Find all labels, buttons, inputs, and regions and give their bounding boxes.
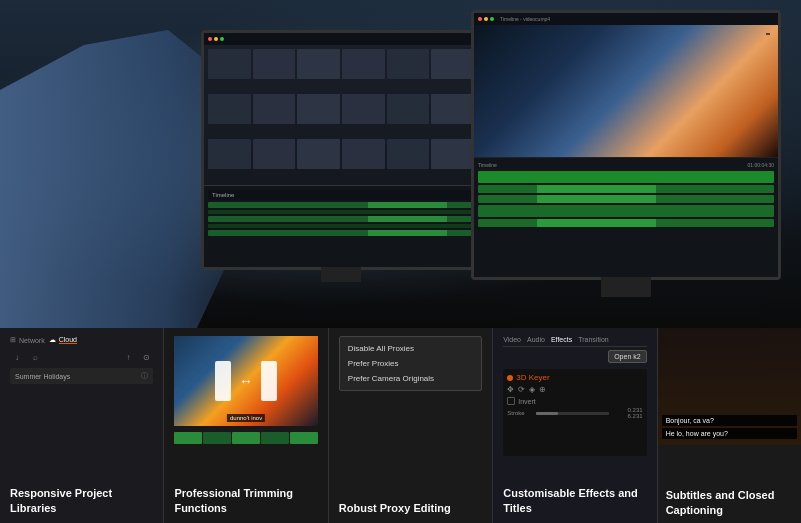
monitor-right-screen: Timeline - videocump4 Timeline 01:00:04:… xyxy=(474,13,778,277)
screen-left-header xyxy=(204,33,478,45)
thumb-1 xyxy=(208,49,251,79)
stroke-slider-value: 0.231 6.231 xyxy=(613,407,643,419)
left-tools: ↓ ⌕ xyxy=(10,350,42,364)
features-bar: ⊞ Network ☁ Cloud ↓ ⌕ ↑ ⊙ Summe xyxy=(0,328,801,523)
trim-clip-4 xyxy=(261,432,289,444)
keyer-tool-2[interactable]: ⟳ xyxy=(518,385,525,394)
keyer-dot-icon xyxy=(507,375,513,381)
network-tab-area: ⊞ Network xyxy=(10,336,45,344)
invert-label-text: Invert xyxy=(518,398,536,405)
upload-icon[interactable]: ↑ xyxy=(121,350,135,364)
disable-all-proxies-item[interactable]: Disable All Proxies xyxy=(344,341,477,356)
thumb-7 xyxy=(208,94,251,124)
subtitle-lines-area: Bonjour, ca va? He lo, how are you? xyxy=(658,411,801,445)
keyer-tool-3[interactable]: ◈ xyxy=(529,385,535,394)
thumb-11 xyxy=(387,94,430,124)
dot-min-r xyxy=(484,17,488,21)
timeline-track-2 xyxy=(208,210,474,214)
responsive-project-libraries-label: Responsive Project Libraries xyxy=(10,486,153,515)
search-icon[interactable]: ⌕ xyxy=(28,350,42,364)
panel3-label-area: Robust Proxy Editing xyxy=(339,501,482,515)
right-screen-timeline: Timeline 01:00:04:30 xyxy=(474,157,778,277)
dot-max-r xyxy=(490,17,494,21)
invert-row: Invert xyxy=(507,397,642,405)
keyer-label-row: 3D Keyer xyxy=(507,373,642,382)
info-icon[interactable]: ⊙ xyxy=(139,350,153,364)
panel2-label-area: Professional Trimming Functions xyxy=(174,486,317,515)
customisable-effects-label: Customisable Effects and Titles xyxy=(503,486,646,515)
thumb-3 xyxy=(297,49,340,79)
right-timeline-area: Timeline 01:00:04:30 xyxy=(474,158,778,231)
trim-clip-1 xyxy=(174,432,202,444)
monitor-left: Timeline xyxy=(201,30,481,270)
effects-tab-transition[interactable]: Transition xyxy=(578,336,608,343)
keyer-tool-1[interactable]: ✥ xyxy=(507,385,514,394)
invert-checkbox[interactable] xyxy=(507,397,515,405)
video-overlay xyxy=(766,33,770,35)
folder-summer-holidays[interactable]: Summer Holidays ⓘ xyxy=(10,368,153,384)
effects-tab-audio[interactable]: Audio xyxy=(527,336,545,343)
timeline-track-5 xyxy=(208,230,474,236)
prefer-proxies-item[interactable]: Prefer Proxies xyxy=(344,356,477,371)
thumb-13 xyxy=(208,139,251,169)
thumb-5 xyxy=(387,49,430,79)
panel1-ui: ⊞ Network ☁ Cloud ↓ ⌕ ↑ ⊙ Summe xyxy=(10,336,153,387)
trim-clip-3 xyxy=(232,432,260,444)
network-tab-label: Network xyxy=(19,337,45,344)
monitor-stand-left xyxy=(321,267,361,282)
panel-professional-trimming: ↔ dunno't inov Professional Trimming Fun… xyxy=(164,328,328,523)
stroke-slider-fill xyxy=(536,412,558,415)
thumb-18 xyxy=(431,139,474,169)
thumb-4 xyxy=(342,49,385,79)
timeline-title-text: Timeline xyxy=(212,192,470,198)
panel1-tab-bar: ⊞ Network ☁ Cloud xyxy=(10,336,153,344)
open-k2-row: Open k2 xyxy=(503,350,646,363)
dot-close-r xyxy=(478,17,482,21)
stroke-slider-label: Stroke xyxy=(507,410,532,416)
dot-max xyxy=(220,37,224,41)
robust-proxy-editing-label: Robust Proxy Editing xyxy=(339,501,482,515)
panel-responsive-project-libraries: ⊞ Network ☁ Cloud ↓ ⌕ ↑ ⊙ Summe xyxy=(0,328,164,523)
right-monitor-title: Timeline - videocump4 xyxy=(500,16,550,22)
effects-tab-video[interactable]: Video xyxy=(503,336,521,343)
effects-tab-bar: Video Audio Effects Transition xyxy=(503,336,646,347)
thumb-9 xyxy=(297,94,340,124)
trim-clip-label: dunno't inov xyxy=(227,414,265,422)
subtitles-closed-captioning-label: Subtitles and Closed Captioning xyxy=(658,482,801,523)
monitors-container: Timeline Timeline - videocump4 xyxy=(201,10,781,320)
screen-left-timeline: Timeline xyxy=(204,185,478,267)
trim-clip-2 xyxy=(203,432,231,444)
prefer-camera-originals-item[interactable]: Prefer Camera Originals xyxy=(344,371,477,386)
green-bar-2 xyxy=(478,195,774,203)
green-bar-1 xyxy=(478,185,774,193)
download-icon[interactable]: ↓ xyxy=(10,350,24,364)
dot-close xyxy=(208,37,212,41)
subtitle-line-2: He lo, how are you? xyxy=(662,428,797,439)
timeline-track-3 xyxy=(208,216,474,222)
open-k2-button[interactable]: Open k2 xyxy=(608,350,646,363)
green-bar-3 xyxy=(478,219,774,227)
monitor-stand-right xyxy=(601,277,651,297)
keyer-tool-4[interactable]: ⊕ xyxy=(539,385,546,394)
panel4-label-area: Customisable Effects and Titles xyxy=(503,486,646,515)
subtitle-line-1: Bonjour, ca va? xyxy=(662,415,797,426)
thumb-6 xyxy=(431,49,474,79)
thumb-15 xyxy=(297,139,340,169)
professional-trimming-label: Professional Trimming Functions xyxy=(174,486,317,515)
trim-handles-group: ↔ xyxy=(189,361,304,401)
thumb-2 xyxy=(253,49,296,79)
trim-arrows-icon: ↔ xyxy=(239,373,253,389)
screen-left-grid xyxy=(204,45,478,185)
trim-timeline-strip xyxy=(174,432,317,444)
subtitles-video-preview: Bonjour, ca va? He lo, how are you? xyxy=(658,328,801,445)
thumb-8 xyxy=(253,94,296,124)
trim-handle-right[interactable] xyxy=(261,361,277,401)
green-bar-bright-1 xyxy=(478,171,774,183)
panel1-label-area: Responsive Project Libraries xyxy=(10,486,153,515)
trim-handle-left[interactable] xyxy=(215,361,231,401)
thumb-12 xyxy=(431,94,474,124)
stroke-slider-track[interactable] xyxy=(536,412,608,415)
effects-controls-area: 3D Keyer ✥ ⟳ ◈ ⊕ Invert Stroke xyxy=(503,369,646,456)
effects-tab-effects[interactable]: Effects xyxy=(551,336,572,343)
trim-video-preview: ↔ dunno't inov xyxy=(174,336,317,426)
